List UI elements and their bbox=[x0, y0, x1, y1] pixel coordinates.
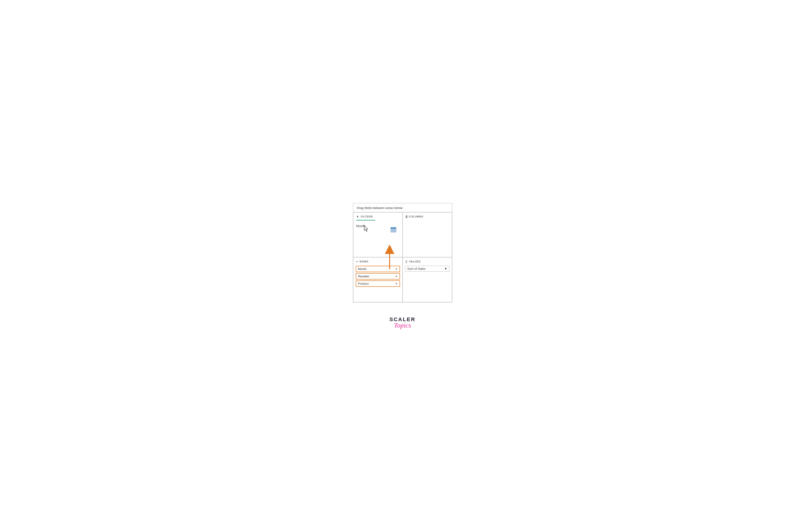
rows-header: ≡ ROWS bbox=[353, 258, 402, 265]
sum-sales-dropdown-icon[interactable]: ▼ bbox=[444, 267, 447, 270]
rows-label: ROWS bbox=[359, 260, 369, 263]
row-reseller-label: Reseller bbox=[358, 274, 370, 278]
columns-icon: ||| bbox=[406, 215, 407, 218]
values-items: Sum of Sales ▼ bbox=[403, 266, 452, 272]
sum-sales-label: Sum of Sales bbox=[407, 267, 426, 270]
pivot-panel: Drag fields between areas below: ▼ FILTE… bbox=[353, 203, 452, 302]
row-reseller-dropdown-icon[interactable]: ▼ bbox=[395, 275, 398, 278]
pivot-wrapper: Drag fields between areas below: ▼ FILTE… bbox=[353, 203, 452, 302]
svg-rect-1 bbox=[391, 227, 396, 229]
topics-word: Topics bbox=[394, 322, 411, 329]
month-dragging-area: Month bbox=[353, 222, 402, 230]
scaler-topics-text: SCALER Topics bbox=[389, 317, 415, 329]
columns-quadrant[interactable]: ||| COLUMNS bbox=[402, 212, 452, 257]
row-month-label: Month bbox=[358, 267, 367, 271]
rows-items: Month ▼ Reseller ▼ Product ▼ bbox=[353, 266, 402, 287]
drag-fields-header: Drag fields between areas below: bbox=[353, 203, 452, 212]
scaler-logo: SCALER Topics bbox=[389, 317, 415, 329]
filters-label: FILTERS bbox=[361, 215, 373, 218]
panel-grid: ▼ FILTERS Month bbox=[353, 212, 452, 302]
row-product-label: Product bbox=[358, 282, 369, 285]
rows-quadrant[interactable]: ≡ ROWS Month ▼ Reseller ▼ Produ bbox=[353, 257, 402, 302]
filters-underline bbox=[356, 220, 375, 221]
row-item-product[interactable]: Product ▼ bbox=[356, 281, 400, 287]
filters-quadrant[interactable]: ▼ FILTERS Month bbox=[353, 212, 402, 257]
columns-header: ||| COLUMNS bbox=[403, 212, 452, 220]
values-quadrant[interactable]: Σ VALUES Sum of Sales ▼ bbox=[402, 257, 452, 302]
values-label: VALUES bbox=[409, 260, 420, 263]
main-container: Drag fields between areas below: ▼ FILTE… bbox=[343, 194, 462, 339]
values-header: Σ VALUES bbox=[403, 258, 452, 265]
spreadsheet-icon bbox=[391, 227, 396, 232]
row-month-dropdown-icon[interactable]: ▼ bbox=[395, 268, 398, 270]
columns-label: COLUMNS bbox=[409, 215, 424, 218]
filters-header: ▼ FILTERS bbox=[353, 212, 402, 220]
filters-icon: ▼ bbox=[356, 215, 359, 218]
value-item-sum-sales[interactable]: Sum of Sales ▼ bbox=[405, 266, 449, 272]
dragging-month-text: Month bbox=[356, 224, 366, 228]
row-item-month[interactable]: Month ▼ bbox=[356, 266, 400, 272]
row-item-reseller[interactable]: Reseller ▼ bbox=[356, 273, 400, 280]
filters-content: Month bbox=[353, 222, 402, 230]
rows-icon: ≡ bbox=[356, 260, 358, 263]
row-product-dropdown-icon[interactable]: ▼ bbox=[395, 282, 398, 285]
values-icon: Σ bbox=[406, 260, 408, 263]
